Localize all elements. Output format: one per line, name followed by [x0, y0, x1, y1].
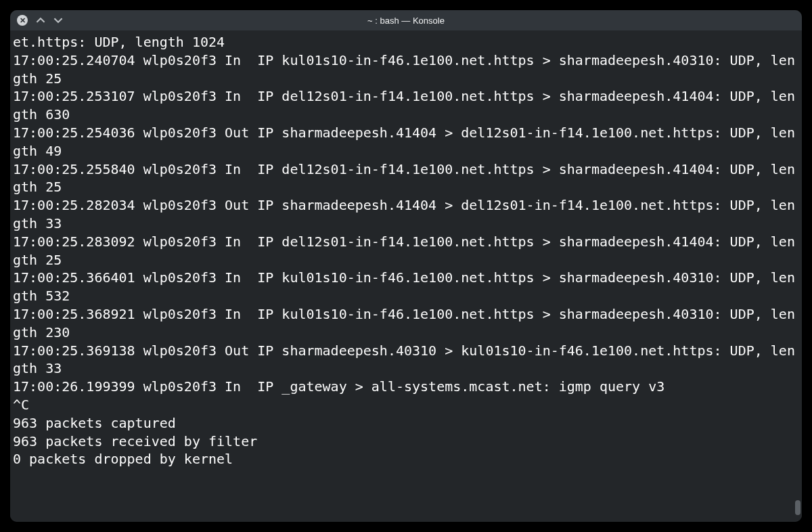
window-controls: ✕ [17, 15, 63, 26]
scrollbar-thumb[interactable] [795, 500, 800, 515]
terminal-area[interactable]: et.https: UDP, length 1024 17:00:25.2407… [10, 30, 802, 522]
chevron-down-icon[interactable] [53, 16, 63, 25]
chevron-up-icon[interactable] [36, 16, 45, 25]
titlebar[interactable]: ✕ ~ : bash — Konsole [10, 10, 802, 30]
terminal-output: et.https: UDP, length 1024 17:00:25.2407… [13, 34, 795, 467]
konsole-window: ✕ ~ : bash — Konsole et.https: UDP, leng… [10, 10, 802, 522]
close-button[interactable]: ✕ [17, 15, 28, 26]
window-title: ~ : bash — Konsole [10, 16, 802, 26]
close-icon: ✕ [20, 17, 26, 24]
